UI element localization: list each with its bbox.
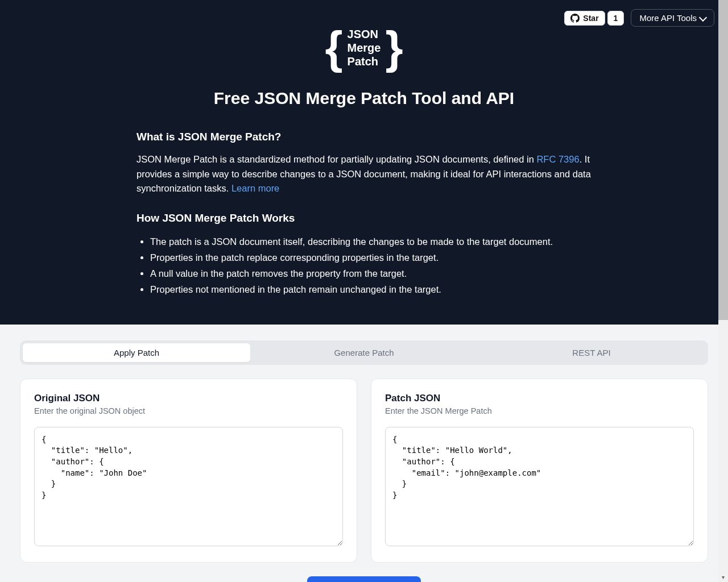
github-star-count: 1	[607, 11, 624, 26]
header: Star 1 More API Tools { JSON Merge Patch…	[0, 0, 728, 325]
logo-line2: Merge	[348, 41, 381, 55]
apply-merge-patch-button[interactable]	[307, 576, 421, 582]
page-title: Free JSON Merge Patch Tool and API	[9, 89, 719, 108]
tab-group: Apply Patch Generate Patch REST API	[20, 340, 708, 365]
scrollbar[interactable]: ▾	[718, 0, 728, 582]
rfc-link[interactable]: RFC 7396	[536, 154, 579, 164]
panel-title: Original JSON	[34, 393, 343, 404]
intro-heading-1: What is JSON Merge Patch?	[136, 131, 592, 143]
original-json-panel: Original JSON Enter the original JSON ob…	[20, 379, 357, 563]
panel-title: Patch JSON	[385, 393, 694, 404]
main-content: Apply Patch Generate Patch REST API Orig…	[0, 325, 728, 582]
learn-more-link[interactable]: Learn more	[231, 183, 279, 193]
scrollbar-thumb[interactable]	[718, 0, 728, 320]
logo-line3: Patch	[348, 55, 381, 68]
intro-section: What is JSON Merge Patch? JSON Merge Pat…	[136, 131, 592, 297]
brace-right-icon: }	[385, 25, 403, 70]
logo-line1: JSON	[348, 27, 381, 41]
tab-rest-api[interactable]: REST API	[478, 343, 705, 362]
patch-json-textarea[interactable]	[385, 427, 694, 546]
list-item: Properties not mentioned in the patch re…	[150, 281, 592, 297]
scroll-down-icon[interactable]: ▾	[718, 572, 728, 582]
editor-panels: Original JSON Enter the original JSON ob…	[20, 379, 708, 563]
github-star-widget: Star 1	[564, 11, 624, 26]
header-actions: Star 1 More API Tools	[564, 9, 714, 27]
how-it-works-list: The patch is a JSON document itself, des…	[136, 234, 592, 297]
brace-left-icon: {	[325, 25, 342, 70]
list-item: A null value in the patch removes the pr…	[150, 265, 592, 281]
chevron-down-icon	[699, 13, 707, 21]
intro-heading-2: How JSON Merge Patch Works	[136, 212, 592, 225]
panel-description: Enter the JSON Merge Patch	[385, 406, 694, 415]
list-item: Properties in the patch replace correspo…	[150, 250, 592, 265]
more-api-tools-button[interactable]: More API Tools	[631, 9, 714, 27]
star-label: Star	[583, 14, 598, 23]
patch-json-panel: Patch JSON Enter the JSON Merge Patch	[371, 379, 708, 563]
github-icon	[570, 14, 580, 23]
github-star-button[interactable]: Star	[564, 11, 605, 26]
tab-apply-patch[interactable]: Apply Patch	[23, 343, 250, 362]
intro-paragraph-1: JSON Merge Patch is a standardized metho…	[136, 152, 592, 196]
action-row	[9, 576, 719, 582]
list-item: The patch is a JSON document itself, des…	[150, 234, 592, 250]
more-tools-label: More API Tools	[639, 13, 697, 23]
original-json-textarea[interactable]	[34, 427, 343, 546]
panel-description: Enter the original JSON object	[34, 406, 343, 415]
tab-generate-patch[interactable]: Generate Patch	[250, 343, 478, 362]
